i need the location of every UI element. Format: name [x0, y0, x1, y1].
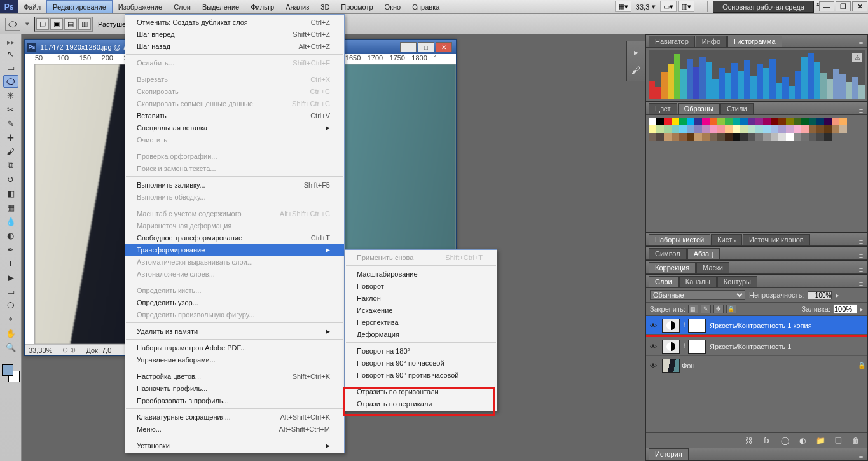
swatch[interactable]	[755, 133, 763, 141]
panel-menu-icon[interactable]: ≡	[855, 107, 867, 114]
swatch[interactable]	[778, 118, 786, 125]
lasso-preset-icon[interactable]	[5, 18, 20, 31]
swatch[interactable]	[733, 125, 740, 133]
path-select-tool[interactable]: ▶	[3, 271, 18, 284]
swatch[interactable]	[694, 118, 702, 125]
swatch[interactable]	[679, 133, 687, 141]
tab-Гистограмма[interactable]: Гистограмма	[727, 36, 782, 47]
swatch[interactable]	[725, 133, 733, 141]
tab-Контуры[interactable]: Контуры	[717, 276, 757, 287]
swatch[interactable]	[786, 125, 794, 133]
blend-mode-select[interactable]: Обычные	[650, 290, 745, 300]
menu-анализ[interactable]: Анализ	[280, 0, 315, 13]
swatch[interactable]	[824, 133, 832, 141]
menu-item[interactable]: Свободное трансформированиеCtrl+T	[125, 231, 344, 244]
swatch[interactable]	[809, 118, 816, 125]
lock-position-icon[interactable]: ✥	[713, 305, 724, 313]
swatch[interactable]	[839, 125, 847, 133]
swatch[interactable]	[763, 133, 771, 141]
tab-Наборы кистей[interactable]: Наборы кистей	[649, 234, 710, 245]
swatch[interactable]	[740, 118, 748, 125]
collapsed-panel-strip[interactable]: ▸ 🖌	[626, 41, 645, 81]
panel-menu-icon[interactable]: ≡	[855, 266, 867, 273]
tab-Цвет[interactable]: Цвет	[649, 103, 677, 114]
eyedropper-tool[interactable]: ✎	[3, 117, 18, 130]
group-icon[interactable]: 📁	[814, 436, 827, 446]
menu-окно[interactable]: Окно	[379, 0, 407, 13]
menu-item[interactable]: Удалить из памяти▶	[125, 325, 344, 337]
edit-menu-dropdown[interactable]: Отменить: Создать дубликат слояCtrl+ZШаг…	[125, 14, 345, 453]
selection-sub-icon[interactable]: ▤	[64, 18, 77, 30]
move-tool[interactable]: ↖	[3, 47, 18, 60]
layer-mask-icon[interactable]: ◯	[778, 436, 791, 446]
link-layers-icon[interactable]: ⛓	[743, 436, 755, 446]
shape-tool[interactable]: ▭	[3, 285, 18, 298]
menu-item[interactable]: Назначить профиль...	[125, 382, 344, 394]
healing-tool[interactable]: ✚	[3, 131, 18, 144]
toolbox-collapse-icon[interactable]: ▸▸	[2, 38, 20, 46]
lock-pixels-icon[interactable]: ▦	[688, 305, 698, 313]
lock-brush-icon[interactable]: ✎	[701, 305, 711, 313]
swatch[interactable]	[687, 133, 694, 141]
hand-tool[interactable]: ✋	[3, 327, 18, 340]
selection-mode-group[interactable]: ▢ ▣ ▤ ▥	[34, 17, 93, 32]
menu-item[interactable]: Поворот на 180°	[345, 345, 497, 357]
swatch[interactable]	[656, 133, 664, 141]
swatch[interactable]	[801, 133, 809, 141]
swatch[interactable]	[717, 125, 725, 133]
restore-button[interactable]: ❐	[836, 1, 851, 11]
layer-row[interactable]: 👁⁞Яркость/Контрастность 1	[646, 337, 867, 356]
brush-tool[interactable]: 🖌	[3, 145, 18, 158]
menu-выделение[interactable]: Выделение	[196, 0, 245, 13]
swatch[interactable]	[664, 125, 672, 133]
menu-item[interactable]: Масштабирование	[345, 268, 497, 280]
visibility-icon[interactable]: 👁	[646, 322, 660, 329]
swatch[interactable]	[649, 125, 656, 133]
opacity-input[interactable]	[808, 291, 832, 299]
swatch[interactable]	[656, 125, 664, 133]
menu-item[interactable]: Искажение	[345, 304, 497, 316]
swatch[interactable]	[748, 118, 755, 125]
swatch[interactable]	[725, 125, 733, 133]
selection-new-icon[interactable]: ▢	[36, 18, 49, 30]
menu-просмотр[interactable]: Просмотр	[335, 0, 378, 13]
swatch[interactable]	[832, 118, 839, 125]
tab-Источник клонов[interactable]: Источник клонов	[743, 234, 810, 245]
menu-item[interactable]: Поворот	[345, 280, 497, 292]
crop-tool[interactable]: ✂	[3, 103, 18, 116]
swatch[interactable]	[679, 125, 687, 133]
menu-файл[interactable]: Файл	[18, 0, 46, 13]
dodge-tool[interactable]: ◐	[3, 229, 18, 242]
swatch[interactable]	[672, 125, 679, 133]
tab-Инфо[interactable]: Инфо	[696, 36, 727, 47]
tab-Слои[interactable]: Слои	[649, 276, 679, 287]
swatch[interactable]	[839, 118, 847, 125]
swatch[interactable]	[786, 118, 794, 125]
tab-Символ[interactable]: Символ	[649, 248, 687, 259]
screen-mode-dropdown[interactable]: ▭▾	[660, 1, 677, 12]
swatch[interactable]	[816, 133, 824, 141]
menu-item[interactable]: Трансформирование▶	[125, 244, 344, 256]
menu-фильтр[interactable]: Фильтр	[245, 0, 280, 13]
tab-Кисть[interactable]: Кисть	[711, 234, 742, 245]
menu-item[interactable]: Шаг назадAlt+Ctrl+Z	[125, 40, 344, 52]
menu-item[interactable]: ВставитьCtrl+V	[125, 109, 344, 121]
collapse-chevron-icon[interactable]: ▸	[630, 46, 642, 58]
visibility-icon[interactable]: 👁	[646, 362, 660, 369]
tab-Коррекция[interactable]: Коррекция	[649, 262, 696, 273]
menu-изображение[interactable]: Изображение	[113, 0, 168, 13]
magic-wand-tool[interactable]: ✳	[3, 89, 18, 102]
menu-item[interactable]: Управление наборами...	[125, 354, 344, 366]
lock-all-icon[interactable]: 🔒	[726, 305, 736, 313]
trash-icon[interactable]: 🗑	[850, 436, 862, 446]
zoom-field[interactable]: 33,3▾	[632, 0, 659, 13]
swatch[interactable]	[763, 125, 771, 133]
doc-close-button[interactable]: ✕	[436, 42, 452, 52]
swatches-grid[interactable]	[646, 115, 867, 143]
close-button[interactable]: ✕	[852, 1, 867, 11]
menu-item[interactable]: Клавиатурные сокращения...Alt+Shift+Ctrl…	[125, 411, 344, 423]
swatch[interactable]	[801, 118, 809, 125]
history-brush-tool[interactable]: ↺	[3, 173, 18, 186]
panel-menu-icon[interactable]: ≡	[855, 252, 867, 259]
zoom-tool[interactable]: 🔍	[3, 341, 18, 354]
